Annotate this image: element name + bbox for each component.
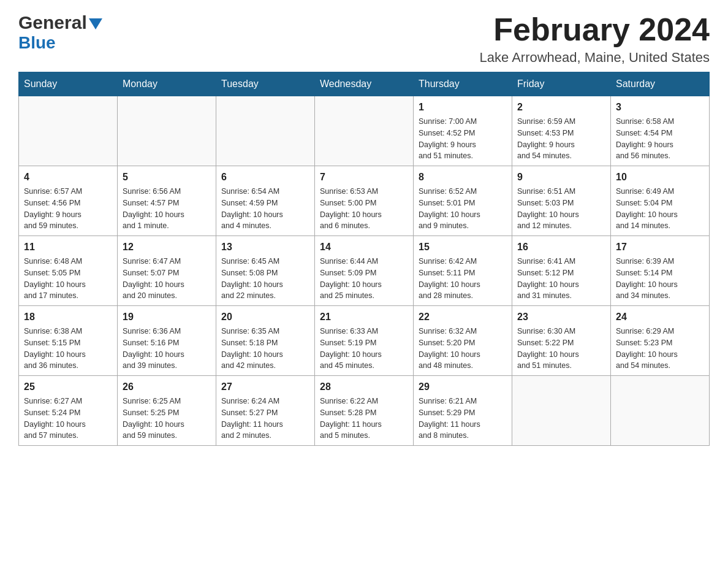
day-info: Sunrise: 6:56 AM Sunset: 4:57 PM Dayligh… xyxy=(123,186,211,232)
day-number: 8 xyxy=(419,170,507,185)
day-info: Sunrise: 6:33 AM Sunset: 5:19 PM Dayligh… xyxy=(320,326,408,372)
day-number: 4 xyxy=(24,170,112,185)
day-info: Sunrise: 6:52 AM Sunset: 5:01 PM Dayligh… xyxy=(419,186,507,232)
day-info: Sunrise: 6:38 AM Sunset: 5:15 PM Dayligh… xyxy=(24,326,112,372)
day-number: 22 xyxy=(419,310,507,324)
day-info: Sunrise: 6:25 AM Sunset: 5:25 PM Dayligh… xyxy=(123,396,211,442)
calendar-day-header: Tuesday xyxy=(216,72,315,96)
day-info: Sunrise: 6:30 AM Sunset: 5:22 PM Dayligh… xyxy=(517,326,605,372)
day-info: Sunrise: 6:42 AM Sunset: 5:11 PM Dayligh… xyxy=(419,256,507,302)
day-info: Sunrise: 6:21 AM Sunset: 5:29 PM Dayligh… xyxy=(419,396,507,442)
day-number: 25 xyxy=(24,380,112,394)
calendar-day-cell xyxy=(611,376,710,446)
calendar-day-cell: 25Sunrise: 6:27 AM Sunset: 5:24 PM Dayli… xyxy=(19,376,118,446)
calendar-day-cell: 6Sunrise: 6:54 AM Sunset: 4:59 PM Daylig… xyxy=(216,166,315,236)
day-number: 3 xyxy=(616,100,704,115)
day-number: 24 xyxy=(616,310,704,324)
calendar-day-header: Saturday xyxy=(611,72,710,96)
day-info: Sunrise: 6:36 AM Sunset: 5:16 PM Dayligh… xyxy=(123,326,211,372)
day-info: Sunrise: 6:53 AM Sunset: 5:00 PM Dayligh… xyxy=(320,186,408,232)
day-info: Sunrise: 6:29 AM Sunset: 5:23 PM Dayligh… xyxy=(616,326,704,372)
calendar-day-cell: 24Sunrise: 6:29 AM Sunset: 5:23 PM Dayli… xyxy=(611,306,710,376)
calendar-table: SundayMondayTuesdayWednesdayThursdayFrid… xyxy=(18,72,710,446)
calendar-day-header: Monday xyxy=(118,72,216,96)
day-info: Sunrise: 6:45 AM Sunset: 5:08 PM Dayligh… xyxy=(221,256,309,302)
calendar-day-cell: 9Sunrise: 6:51 AM Sunset: 5:03 PM Daylig… xyxy=(512,166,611,236)
calendar-day-cell: 4Sunrise: 6:57 AM Sunset: 4:56 PM Daylig… xyxy=(19,166,118,236)
logo-triangle-icon xyxy=(89,18,102,29)
day-number: 10 xyxy=(616,170,704,185)
day-info: Sunrise: 6:47 AM Sunset: 5:07 PM Dayligh… xyxy=(123,256,211,302)
calendar-day-cell xyxy=(216,96,315,166)
calendar-week-row: 25Sunrise: 6:27 AM Sunset: 5:24 PM Dayli… xyxy=(19,376,710,446)
day-info: Sunrise: 6:27 AM Sunset: 5:24 PM Dayligh… xyxy=(24,396,112,442)
calendar-day-cell: 17Sunrise: 6:39 AM Sunset: 5:14 PM Dayli… xyxy=(611,236,710,306)
calendar-day-cell: 3Sunrise: 6:58 AM Sunset: 4:54 PM Daylig… xyxy=(611,96,710,166)
day-number: 27 xyxy=(221,380,309,394)
calendar-day-cell xyxy=(315,96,414,166)
calendar-day-header: Sunday xyxy=(19,72,118,96)
calendar-day-header: Friday xyxy=(512,72,611,96)
day-info: Sunrise: 6:32 AM Sunset: 5:20 PM Dayligh… xyxy=(419,326,507,372)
calendar-day-header: Thursday xyxy=(414,72,512,96)
calendar-day-cell: 8Sunrise: 6:52 AM Sunset: 5:01 PM Daylig… xyxy=(414,166,512,236)
logo-blue-text: Blue xyxy=(18,33,56,53)
day-number: 15 xyxy=(419,240,507,255)
day-info: Sunrise: 6:41 AM Sunset: 5:12 PM Dayligh… xyxy=(517,256,605,302)
day-number: 9 xyxy=(517,170,605,185)
page-header: General Blue February 2024 Lake Arrowhea… xyxy=(18,12,710,66)
day-number: 29 xyxy=(419,380,507,394)
day-info: Sunrise: 6:54 AM Sunset: 4:59 PM Dayligh… xyxy=(221,186,309,232)
calendar-day-cell: 16Sunrise: 6:41 AM Sunset: 5:12 PM Dayli… xyxy=(512,236,611,306)
calendar-day-cell: 21Sunrise: 6:33 AM Sunset: 5:19 PM Dayli… xyxy=(315,306,414,376)
day-info: Sunrise: 6:58 AM Sunset: 4:54 PM Dayligh… xyxy=(616,116,704,162)
day-info: Sunrise: 6:22 AM Sunset: 5:28 PM Dayligh… xyxy=(320,396,408,442)
calendar-day-cell: 11Sunrise: 6:48 AM Sunset: 5:05 PM Dayli… xyxy=(19,236,118,306)
logo: General Blue xyxy=(18,12,102,53)
day-number: 28 xyxy=(320,380,408,394)
calendar-header-row: SundayMondayTuesdayWednesdayThursdayFrid… xyxy=(19,72,710,96)
calendar-day-cell: 7Sunrise: 6:53 AM Sunset: 5:00 PM Daylig… xyxy=(315,166,414,236)
calendar-day-cell: 5Sunrise: 6:56 AM Sunset: 4:57 PM Daylig… xyxy=(118,166,216,236)
day-number: 19 xyxy=(123,310,211,324)
calendar-day-cell: 14Sunrise: 6:44 AM Sunset: 5:09 PM Dayli… xyxy=(315,236,414,306)
calendar-day-cell: 12Sunrise: 6:47 AM Sunset: 5:07 PM Dayli… xyxy=(118,236,216,306)
day-number: 7 xyxy=(320,170,408,185)
calendar-week-row: 11Sunrise: 6:48 AM Sunset: 5:05 PM Dayli… xyxy=(19,236,710,306)
calendar-day-cell: 28Sunrise: 6:22 AM Sunset: 5:28 PM Dayli… xyxy=(315,376,414,446)
calendar-day-cell: 10Sunrise: 6:49 AM Sunset: 5:04 PM Dayli… xyxy=(611,166,710,236)
month-title: February 2024 xyxy=(480,12,710,47)
calendar-day-header: Wednesday xyxy=(315,72,414,96)
calendar-day-cell: 27Sunrise: 6:24 AM Sunset: 5:27 PM Dayli… xyxy=(216,376,315,446)
calendar-day-cell xyxy=(512,376,611,446)
calendar-day-cell: 2Sunrise: 6:59 AM Sunset: 4:53 PM Daylig… xyxy=(512,96,611,166)
calendar-day-cell: 18Sunrise: 6:38 AM Sunset: 5:15 PM Dayli… xyxy=(19,306,118,376)
title-section: February 2024 Lake Arrowhead, Maine, Uni… xyxy=(480,12,710,66)
day-number: 12 xyxy=(123,240,211,255)
day-number: 2 xyxy=(517,100,605,115)
day-number: 13 xyxy=(221,240,309,255)
day-info: Sunrise: 6:48 AM Sunset: 5:05 PM Dayligh… xyxy=(24,256,112,302)
calendar-day-cell: 22Sunrise: 6:32 AM Sunset: 5:20 PM Dayli… xyxy=(414,306,512,376)
day-number: 26 xyxy=(123,380,211,394)
calendar-day-cell: 23Sunrise: 6:30 AM Sunset: 5:22 PM Dayli… xyxy=(512,306,611,376)
calendar-day-cell xyxy=(19,96,118,166)
day-info: Sunrise: 6:39 AM Sunset: 5:14 PM Dayligh… xyxy=(616,256,704,302)
calendar-week-row: 1Sunrise: 7:00 AM Sunset: 4:52 PM Daylig… xyxy=(19,96,710,166)
day-info: Sunrise: 6:24 AM Sunset: 5:27 PM Dayligh… xyxy=(221,396,309,442)
calendar-week-row: 4Sunrise: 6:57 AM Sunset: 4:56 PM Daylig… xyxy=(19,166,710,236)
day-number: 16 xyxy=(517,240,605,255)
calendar-day-cell: 29Sunrise: 6:21 AM Sunset: 5:29 PM Dayli… xyxy=(414,376,512,446)
day-info: Sunrise: 6:57 AM Sunset: 4:56 PM Dayligh… xyxy=(24,186,112,232)
logo-general-text: General xyxy=(18,12,87,33)
calendar-day-cell: 19Sunrise: 6:36 AM Sunset: 5:16 PM Dayli… xyxy=(118,306,216,376)
day-number: 20 xyxy=(221,310,309,324)
calendar-week-row: 18Sunrise: 6:38 AM Sunset: 5:15 PM Dayli… xyxy=(19,306,710,376)
calendar-day-cell: 1Sunrise: 7:00 AM Sunset: 4:52 PM Daylig… xyxy=(414,96,512,166)
day-info: Sunrise: 6:59 AM Sunset: 4:53 PM Dayligh… xyxy=(517,116,605,162)
day-number: 6 xyxy=(221,170,309,185)
day-number: 21 xyxy=(320,310,408,324)
calendar-day-cell: 15Sunrise: 6:42 AM Sunset: 5:11 PM Dayli… xyxy=(414,236,512,306)
day-info: Sunrise: 6:49 AM Sunset: 5:04 PM Dayligh… xyxy=(616,186,704,232)
day-info: Sunrise: 6:51 AM Sunset: 5:03 PM Dayligh… xyxy=(517,186,605,232)
